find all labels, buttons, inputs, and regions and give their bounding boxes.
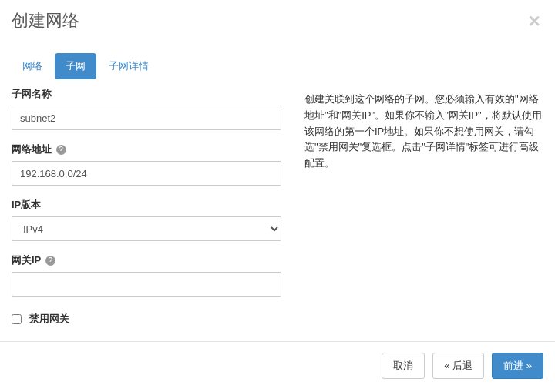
field-gateway-ip: 网关IP ? (12, 253, 281, 297)
tab-network[interactable]: 网络 (12, 53, 53, 79)
network-address-input[interactable] (12, 161, 281, 186)
gateway-ip-input[interactable] (12, 272, 281, 297)
description-column: 创建关联到这个网络的子网。您必须输入有效的"网络地址"和"网关IP"。如果你不输… (304, 87, 543, 326)
field-subnet-name: 子网名称 (12, 87, 281, 130)
form-column: 子网名称 网络地址 ? IP版本 IPv4 网关IP ? (12, 87, 281, 326)
modal-header: 创建网络 × (0, 0, 555, 42)
modal-body: 子网名称 网络地址 ? IP版本 IPv4 网关IP ? (0, 79, 555, 341)
field-network-address: 网络地址 ? (12, 142, 281, 186)
tab-subnet[interactable]: 子网 (55, 53, 96, 79)
disable-gateway-checkbox[interactable] (12, 314, 22, 324)
ip-version-label: IP版本 (12, 198, 281, 212)
subnet-name-input[interactable] (12, 106, 281, 130)
help-icon[interactable]: ? (45, 256, 56, 266)
cancel-button[interactable]: 取消 (382, 353, 425, 379)
back-button[interactable]: « 后退 (432, 353, 484, 379)
network-address-label: 网络地址 ? (12, 142, 281, 156)
gateway-ip-label-text: 网关IP (12, 254, 41, 266)
description-text: 创建关联到这个网络的子网。您必须输入有效的"网络地址"和"网关IP"。如果你不输… (304, 92, 543, 172)
field-disable-gateway: 禁用网关 (12, 312, 281, 326)
tab-subnet-detail[interactable]: 子网详情 (98, 53, 160, 79)
ip-version-select[interactable]: IPv4 (12, 216, 281, 241)
disable-gateway-label: 禁用网关 (29, 312, 69, 326)
next-button[interactable]: 前进 » (492, 353, 543, 379)
gateway-ip-label: 网关IP ? (12, 253, 281, 267)
subnet-name-label: 子网名称 (12, 87, 281, 101)
help-icon[interactable]: ? (56, 145, 66, 155)
field-ip-version: IP版本 IPv4 (12, 198, 281, 241)
tab-bar: 网络 子网 子网详情 (0, 42, 555, 79)
modal-footer: 取消 « 后退 前进 » (0, 341, 555, 390)
network-address-label-text: 网络地址 (12, 143, 52, 155)
modal-title: 创建网络 (12, 9, 79, 32)
close-icon[interactable]: × (529, 11, 543, 31)
